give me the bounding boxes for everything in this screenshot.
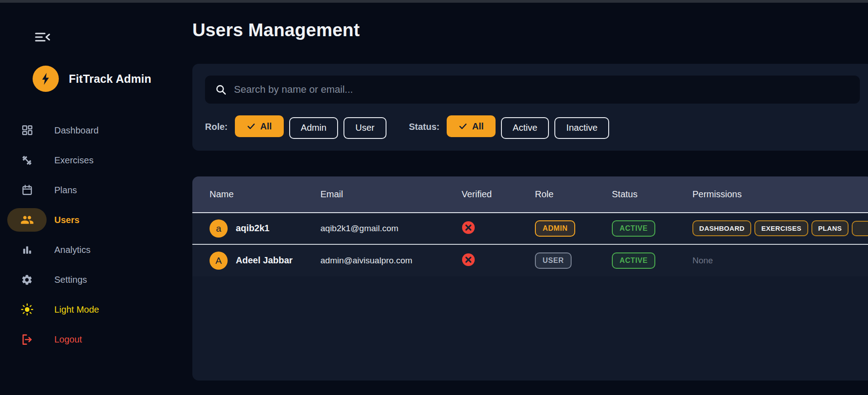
status-badge: ACTIVE bbox=[612, 252, 655, 269]
dumbbell-icon bbox=[7, 148, 47, 172]
role-filter-admin[interactable]: Admin bbox=[289, 117, 339, 139]
sidebar-item-label: Exercises bbox=[54, 155, 94, 166]
users-table-panel: NameEmailVerifiedRoleStatusPermissions a… bbox=[192, 176, 868, 381]
search-icon bbox=[215, 84, 227, 95]
sidebar-item-analytics[interactable]: Analytics bbox=[0, 235, 192, 265]
chip-label: User bbox=[355, 123, 374, 133]
column-header-status: Status bbox=[612, 189, 692, 200]
chip-label: Active bbox=[513, 123, 537, 133]
status-filter-all[interactable]: All bbox=[447, 115, 496, 137]
logout-icon bbox=[7, 328, 47, 351]
sidebar-item-label: Users bbox=[54, 215, 80, 225]
sidebar-item-label: Analytics bbox=[54, 245, 91, 255]
permissions-none-label: None bbox=[692, 256, 713, 266]
chip-label: All bbox=[472, 121, 484, 132]
role-filter-user[interactable]: User bbox=[343, 117, 386, 139]
role-filter-all[interactable]: All bbox=[235, 115, 284, 137]
search-filter-panel: Role: AllAdminUser Status: AllActiveInac… bbox=[192, 64, 868, 151]
role-filter-options: AllAdminUser bbox=[235, 115, 392, 139]
not-verified-icon bbox=[462, 221, 475, 234]
column-header-verified: Verified bbox=[462, 189, 535, 200]
dashboard-icon bbox=[7, 119, 47, 142]
sidebar-item-label: Dashboard bbox=[54, 125, 99, 136]
sidebar-item-label: Logout bbox=[54, 334, 82, 345]
table-row[interactable]: AAdeel Jabbaradmin@aivisualpro.comUSERAC… bbox=[192, 245, 868, 276]
main-content: Users Management Role: AllAdminUser Stat… bbox=[192, 3, 868, 395]
table-row[interactable]: aaqib2k1aqib2k1@gmail.comADMINACTIVEDASH… bbox=[192, 213, 868, 245]
permission-pill-dashboard: DASHBOARD bbox=[692, 220, 751, 236]
filter-row: Role: AllAdminUser Status: AllActiveInac… bbox=[205, 115, 860, 139]
search-box[interactable] bbox=[205, 76, 860, 104]
user-email: aqib2k1@gmail.com bbox=[320, 224, 462, 233]
page-title: Users Management bbox=[192, 20, 868, 40]
sidebar-item-dashboard[interactable]: Dashboard bbox=[0, 115, 192, 145]
permission-pill-clipped bbox=[852, 221, 868, 236]
table-body: aaqib2k1aqib2k1@gmail.comADMINACTIVEDASH… bbox=[192, 213, 868, 276]
calendar-icon bbox=[7, 178, 47, 202]
permissions-cell: DASHBOARDEXERCISESPLANS bbox=[692, 220, 868, 236]
status-filter-options: AllActiveInactive bbox=[447, 115, 615, 139]
menu-collapse-icon bbox=[34, 31, 52, 43]
lightning-bolt-icon bbox=[33, 66, 59, 92]
sidebar-item-exercises[interactable]: Exercises bbox=[0, 145, 192, 175]
column-header-name: Name bbox=[192, 189, 320, 200]
sidebar-item-light-mode[interactable]: Light Mode bbox=[0, 295, 192, 324]
sidebar-item-label: Light Mode bbox=[54, 305, 99, 315]
user-name: aqib2k1 bbox=[236, 223, 269, 233]
check-icon bbox=[458, 122, 467, 131]
not-verified-icon bbox=[462, 253, 475, 267]
app-logo: FitTrack Admin bbox=[33, 66, 151, 92]
chip-label: All bbox=[260, 121, 272, 132]
column-header-role: Role bbox=[535, 189, 612, 200]
sidebar-menu: DashboardExercisesPlansUsersAnalyticsSet… bbox=[0, 115, 192, 354]
column-header-email: Email bbox=[320, 189, 462, 200]
role-badge: USER bbox=[535, 252, 572, 269]
sidebar-item-plans[interactable]: Plans bbox=[0, 175, 192, 205]
sidebar-item-label: Settings bbox=[54, 275, 87, 285]
users-group-icon bbox=[7, 208, 47, 232]
sidebar: FitTrack Admin DashboardExercisesPlansUs… bbox=[0, 3, 192, 395]
status-filter-inactive[interactable]: Inactive bbox=[554, 117, 609, 139]
column-header-permissions: Permissions bbox=[692, 189, 868, 200]
chip-label: Inactive bbox=[566, 123, 597, 133]
sidebar-item-logout[interactable]: Logout bbox=[0, 324, 192, 354]
avatar: a bbox=[210, 219, 228, 238]
status-filter-active[interactable]: Active bbox=[501, 117, 549, 139]
sidebar-collapse-button[interactable] bbox=[33, 29, 53, 47]
sidebar-item-users[interactable]: Users bbox=[0, 205, 192, 235]
role-filter-label: Role: bbox=[205, 122, 228, 132]
sidebar-item-label: Plans bbox=[54, 185, 77, 195]
permissions-cell: None bbox=[692, 256, 868, 266]
sun-icon bbox=[7, 298, 47, 321]
search-input[interactable] bbox=[234, 84, 850, 95]
user-email: admin@aivisualpro.com bbox=[320, 256, 462, 266]
gear-icon bbox=[7, 268, 47, 291]
chip-label: Admin bbox=[301, 123, 327, 133]
avatar: A bbox=[210, 252, 228, 270]
user-name: Adeel Jabbar bbox=[236, 255, 293, 266]
status-filter-label: Status: bbox=[409, 122, 440, 132]
permission-pill-plans: PLANS bbox=[811, 220, 849, 236]
table-header-row: NameEmailVerifiedRoleStatusPermissions bbox=[192, 176, 868, 213]
check-icon bbox=[247, 122, 256, 131]
role-badge: ADMIN bbox=[535, 220, 575, 237]
app-title: FitTrack Admin bbox=[69, 72, 151, 86]
bar-chart-icon bbox=[7, 238, 47, 262]
status-badge: ACTIVE bbox=[612, 220, 655, 237]
sidebar-item-settings[interactable]: Settings bbox=[0, 265, 192, 295]
permission-pill-exercises: EXERCISES bbox=[754, 220, 808, 236]
